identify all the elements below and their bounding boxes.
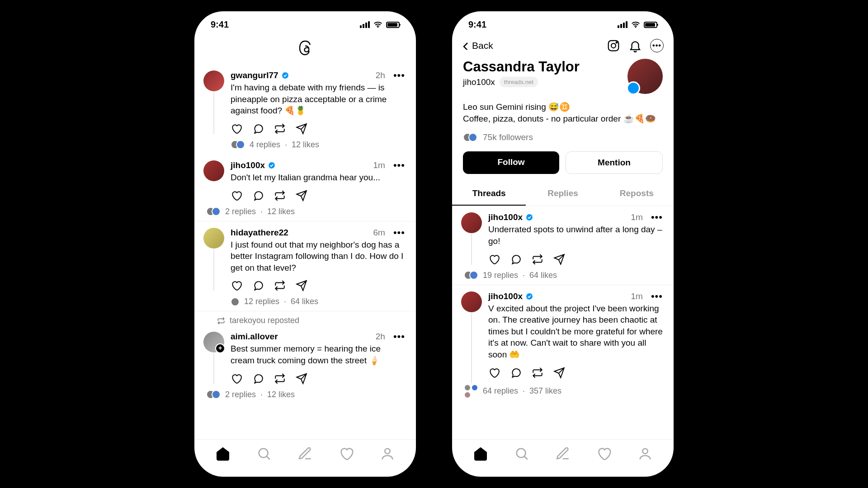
tab-replies[interactable]: Replies — [526, 182, 599, 206]
repost-icon[interactable] — [274, 123, 286, 135]
likes-count[interactable]: 12 likes — [267, 207, 295, 216]
like-icon[interactable] — [488, 253, 500, 265]
avatar[interactable] — [203, 332, 224, 352]
post-time: 1m — [631, 212, 642, 222]
nav-activity[interactable] — [339, 446, 354, 463]
phone-profile: 9:41 Back ••• Cassandra Taylor jiho100x … — [452, 11, 674, 477]
nav-home[interactable] — [473, 446, 488, 463]
more-icon[interactable]: ••• — [651, 214, 663, 221]
post-text: Best summer memory = hearing the ice cre… — [231, 343, 405, 366]
feed-post: jiho100x 1m ••• Don't let my Italian gra… — [194, 154, 416, 221]
avatar[interactable] — [203, 228, 224, 249]
post-text: Underrated spots to unwind after a long … — [488, 224, 663, 247]
like-icon[interactable] — [231, 373, 242, 385]
status-bar: 9:41 — [194, 11, 416, 34]
repost-icon[interactable] — [274, 190, 286, 202]
reply-avatars — [464, 271, 478, 280]
tab-reposts[interactable]: Reposts — [600, 182, 674, 206]
tab-threads[interactable]: Threads — [452, 182, 526, 206]
avatar[interactable] — [461, 291, 482, 312]
feed-post: aimi.allover 2h ••• Best summer memory =… — [194, 325, 416, 404]
replies-count[interactable]: 4 replies — [250, 140, 280, 150]
replies-count[interactable]: 2 replies — [225, 207, 256, 216]
more-icon[interactable]: ••• — [651, 293, 663, 300]
nav-profile[interactable] — [637, 446, 653, 463]
nav-compose[interactable] — [297, 446, 313, 463]
share-icon[interactable] — [553, 367, 565, 379]
post-username[interactable]: jiho100x — [488, 291, 523, 301]
replies-count[interactable]: 2 replies — [225, 390, 256, 399]
profile-tabs: Threads Replies Reposts — [452, 182, 674, 206]
like-icon[interactable] — [488, 367, 500, 379]
share-icon[interactable] — [553, 253, 565, 265]
comment-icon[interactable] — [252, 190, 264, 202]
repost-icon[interactable] — [274, 280, 286, 291]
avatar[interactable] — [461, 212, 482, 233]
more-icon[interactable]: ••• — [393, 333, 405, 340]
bottom-nav — [452, 439, 674, 477]
nav-search[interactable] — [514, 446, 529, 463]
repost-icon[interactable] — [274, 373, 286, 385]
post-username[interactable]: hidayathere22 — [231, 228, 288, 238]
like-icon[interactable] — [231, 190, 242, 202]
post-username[interactable]: jiho100x — [231, 160, 265, 170]
nav-home[interactable] — [215, 446, 231, 463]
nav-compose[interactable] — [555, 446, 571, 463]
replies-count[interactable]: 64 replies — [483, 386, 518, 396]
post-username[interactable]: jiho100x — [488, 212, 523, 222]
likes-count[interactable]: 12 likes — [267, 390, 295, 399]
more-icon[interactable]: ••• — [393, 72, 405, 79]
post-time: 2h — [376, 332, 385, 342]
more-icon[interactable]: ••• — [393, 230, 405, 236]
domain-pill[interactable]: threads.net — [500, 77, 538, 87]
likes-count[interactable]: 64 likes — [291, 297, 318, 306]
post-username[interactable]: gwangurl77 — [231, 70, 278, 80]
likes-count[interactable]: 357 likes — [529, 386, 561, 396]
followers-row[interactable]: 75k followers — [463, 132, 663, 142]
comment-icon[interactable] — [510, 367, 522, 379]
replies-count[interactable]: 12 replies — [244, 297, 279, 306]
reply-avatars — [231, 140, 245, 149]
share-icon[interactable] — [296, 190, 307, 202]
notifications-icon[interactable] — [628, 39, 642, 52]
status-bar: 9:41 — [452, 11, 674, 34]
followers-count: 75k followers — [483, 132, 533, 142]
battery-icon — [386, 22, 400, 28]
likes-count[interactable]: 64 likes — [529, 271, 557, 280]
reply-avatars — [206, 390, 221, 399]
follow-button[interactable]: Follow — [463, 151, 559, 174]
repost-icon[interactable] — [532, 253, 543, 265]
comment-icon[interactable] — [252, 123, 264, 135]
share-icon[interactable] — [296, 280, 307, 291]
likes-count[interactable]: 12 likes — [292, 140, 319, 150]
post-time: 1m — [631, 291, 642, 301]
like-icon[interactable] — [231, 123, 242, 135]
mention-button[interactable]: Mention — [566, 151, 663, 174]
avatar[interactable] — [203, 70, 224, 91]
post-text: Don't let my Italian grandma hear you... — [231, 172, 405, 183]
replies-count[interactable]: 19 replies — [483, 271, 518, 280]
nav-search[interactable] — [256, 446, 272, 463]
comment-icon[interactable] — [510, 253, 522, 265]
profile-avatar[interactable] — [627, 59, 663, 94]
repost-icon[interactable] — [532, 367, 543, 379]
more-menu-icon[interactable]: ••• — [650, 39, 664, 52]
more-icon[interactable]: ••• — [393, 162, 405, 169]
instagram-icon[interactable] — [607, 39, 620, 52]
nav-profile[interactable] — [380, 446, 395, 463]
comment-icon[interactable] — [252, 280, 264, 291]
post-time: 2h — [376, 70, 385, 80]
avatar[interactable] — [203, 160, 224, 181]
nav-activity[interactable] — [596, 446, 612, 463]
like-icon[interactable] — [231, 280, 242, 291]
repost-icon — [217, 317, 225, 325]
share-icon[interactable] — [296, 373, 307, 385]
display-name: Cassandra Taylor — [463, 59, 580, 75]
post-username[interactable]: aimi.allover — [231, 332, 278, 342]
comment-icon[interactable] — [252, 373, 264, 385]
threads-logo-icon[interactable] — [297, 40, 313, 56]
back-button[interactable]: Back — [462, 40, 493, 51]
signal-icon — [360, 21, 370, 28]
share-icon[interactable] — [296, 123, 307, 135]
battery-icon — [644, 22, 657, 28]
